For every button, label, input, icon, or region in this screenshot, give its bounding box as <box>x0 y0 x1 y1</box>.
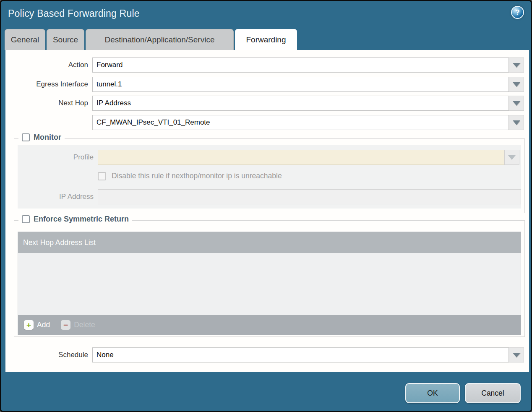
chevron-down-icon <box>513 82 520 87</box>
monitor-legend: Monitor <box>18 133 65 142</box>
disable-rule-row: Disable this rule if nexthop/monitor ip … <box>98 172 282 180</box>
help-icon[interactable]: ? <box>511 6 524 19</box>
action-dropdown-button[interactable] <box>509 57 524 73</box>
dialog-titlebar: Policy Based Forwarding Rule ? <box>1 1 531 29</box>
cancel-button[interactable]: Cancel <box>465 383 521 403</box>
policy-based-forwarding-dialog: Policy Based Forwarding Rule ? General S… <box>0 0 532 412</box>
symmetric-return-section: Enforce Symmetric Return Next Hop Addres… <box>14 220 525 337</box>
tab-source[interactable]: Source <box>47 29 84 50</box>
symmetric-return-legend: Enforce Symmetric Return <box>18 215 132 224</box>
egress-interface-dropdown-button[interactable] <box>509 77 524 92</box>
forwarding-tab-panel: Action Forward Egress Interface tunnel.1… <box>5 50 529 372</box>
add-icon: + <box>24 320 34 330</box>
next-hop-address-select[interactable]: CF_MWAN_IPsec_VTI_01_Remote <box>92 115 509 130</box>
ok-button[interactable]: OK <box>405 383 460 403</box>
tab-general[interactable]: General <box>5 29 45 50</box>
profile-dropdown-button <box>504 150 519 165</box>
table-toolbar: + Add − Delete <box>18 315 521 335</box>
chevron-down-icon <box>513 63 520 68</box>
next-hop-label: Next Hop <box>5 96 88 111</box>
add-button-label: Add <box>37 321 50 329</box>
action-select[interactable]: Forward <box>92 57 509 73</box>
enforce-symmetric-return-checkbox[interactable] <box>22 215 30 223</box>
schedule-dropdown-button[interactable] <box>509 347 524 362</box>
egress-interface-label: Egress Interface <box>5 77 88 92</box>
ip-address-label: IP Address <box>18 189 94 204</box>
next-hop-type-dropdown-button[interactable] <box>509 96 524 111</box>
chevron-down-icon <box>513 101 520 106</box>
page-title: Policy Based Forwarding Rule <box>8 8 140 19</box>
schedule-label: Schedule <box>5 347 88 362</box>
tab-forwarding[interactable]: Forwarding <box>235 29 297 50</box>
next-hop-address-dropdown-button[interactable] <box>509 115 524 130</box>
monitor-panel: Profile Disable this rule if nexthop/mon… <box>18 145 521 209</box>
action-label: Action <box>5 57 88 73</box>
delete-button-label: Delete <box>74 321 95 329</box>
chevron-down-icon <box>513 353 520 357</box>
monitor-section: Monitor Profile Disable this rule if nex… <box>14 138 525 213</box>
tab-bar: General Source Destination/Application/S… <box>5 29 297 50</box>
next-hop-type-select[interactable]: IP Address <box>92 96 509 111</box>
monitor-checkbox[interactable] <box>22 133 30 141</box>
schedule-select[interactable]: None <box>92 347 509 362</box>
disable-rule-label: Disable this rule if nexthop/monitor ip … <box>112 172 282 180</box>
egress-interface-select[interactable]: tunnel.1 <box>92 77 509 92</box>
next-hop-address-table: Next Hop Address List + Add − Delete <box>18 232 521 335</box>
chevron-down-icon <box>508 155 516 160</box>
chevron-down-icon <box>513 120 520 125</box>
profile-label: Profile <box>18 150 94 165</box>
monitor-section-title: Monitor <box>34 133 61 142</box>
delete-icon: − <box>61 320 70 330</box>
symmetric-return-section-title: Enforce Symmetric Return <box>34 215 129 224</box>
disable-rule-checkbox <box>98 172 106 180</box>
next-hop-address-list-header: Next Hop Address List <box>18 232 521 253</box>
next-hop-address-list-body <box>18 253 521 315</box>
delete-button: − Delete <box>61 320 95 330</box>
add-button[interactable]: + Add <box>24 320 50 330</box>
profile-select <box>98 150 504 165</box>
tab-destination-application-service[interactable]: Destination/Application/Service <box>86 29 234 50</box>
ip-address-input <box>98 189 521 204</box>
